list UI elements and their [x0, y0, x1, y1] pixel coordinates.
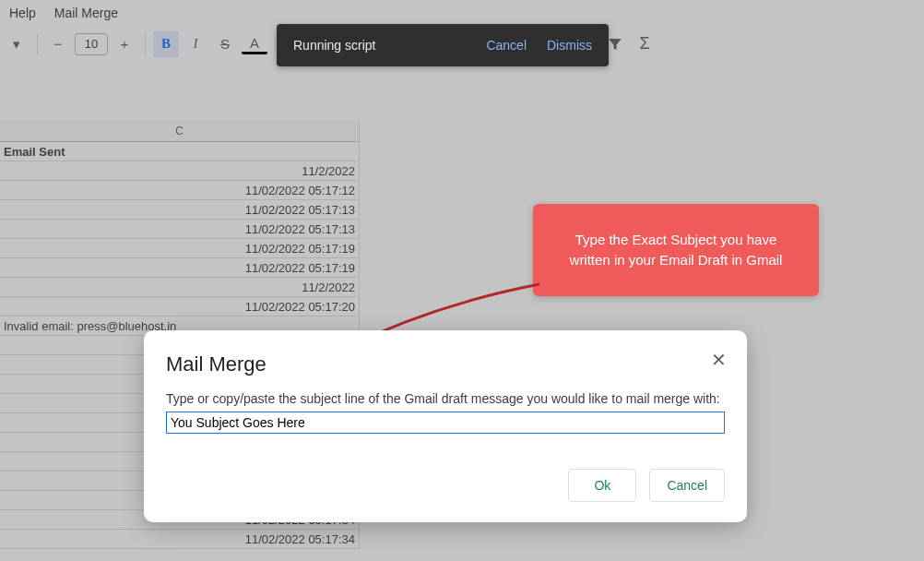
table-cell[interactable]: 11/2/2022 [0, 278, 360, 297]
font-size-decrease-icon[interactable]: − [45, 31, 71, 57]
cell-header[interactable]: Email Sent [0, 142, 360, 161]
cancel-button[interactable]: Cancel [649, 469, 725, 502]
table-cell[interactable]: 11/02/2022 05:17:20 [0, 297, 360, 316]
column-header-c[interactable]: C [0, 120, 360, 142]
font-size-input[interactable]: 10 [75, 33, 108, 55]
menu-help[interactable]: Help [9, 6, 36, 20]
subject-input[interactable] [166, 412, 725, 434]
italic-icon[interactable]: I [183, 31, 208, 57]
running-script-toast: Running script Cancel Dismiss [277, 24, 609, 66]
dialog-title: Mail Merge [166, 352, 725, 376]
table-cell[interactable]: 11/02/2022 05:17:13 [0, 200, 360, 220]
table-cell[interactable]: 11/02/2022 05:17:12 [0, 181, 360, 200]
instruction-callout: Type the Exact Subject you have written … [533, 204, 819, 296]
menu-mailmerge[interactable]: Mail Merge [54, 6, 118, 20]
toast-message: Running script [293, 38, 466, 53]
functions-icon[interactable]: Σ [632, 31, 657, 57]
callout-text: Type the Exact Subject you have written … [570, 232, 783, 268]
ok-button[interactable]: Ok [568, 469, 636, 502]
mail-merge-dialog: Mail Merge ✕ Type or copy/paste the subj… [144, 330, 747, 522]
text-color-icon[interactable]: A [242, 34, 267, 54]
toolbar-separator [145, 34, 146, 54]
table-cell[interactable]: 11/02/2022 05:17:34 [0, 530, 360, 549]
toast-dismiss-button[interactable]: Dismiss [547, 38, 592, 53]
toolbar-separator [275, 34, 276, 54]
close-icon[interactable]: ✕ [711, 349, 727, 371]
dialog-instruction: Type or copy/paste the subject line of t… [166, 391, 725, 406]
menu-bar: Help Mail Merge [0, 0, 924, 26]
table-cell[interactable]: 11/02/2022 05:17:19 [0, 258, 360, 278]
table-cell[interactable]: 11/2/2022 [0, 161, 360, 181]
table-cell[interactable]: 11/02/2022 05:17:13 [0, 220, 360, 239]
table-cell[interactable]: 11/02/2022 05:17:19 [0, 239, 360, 258]
toolbar-separator [37, 34, 38, 54]
dialog-actions: Ok Cancel [166, 469, 725, 502]
more-toolbar-dropdown-icon[interactable]: ▾ [4, 31, 30, 57]
bold-icon[interactable]: B [153, 31, 179, 57]
font-size-increase-icon[interactable]: + [112, 31, 137, 57]
toast-cancel-button[interactable]: Cancel [486, 38, 527, 53]
strikethrough-icon[interactable]: S [212, 31, 238, 57]
